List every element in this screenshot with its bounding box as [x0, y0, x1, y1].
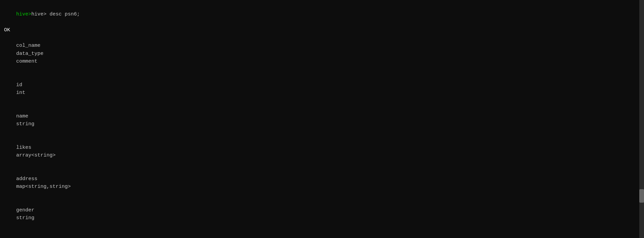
scrollbar[interactable]: [639, 0, 644, 238]
prompt-1: hive>: [16, 11, 31, 17]
scrollbar-thumb[interactable]: [639, 189, 644, 203]
ok-line: OK: [4, 26, 634, 34]
col-header-comment: comment: [16, 58, 37, 65]
row-id: id int: [4, 73, 634, 104]
col-header-datatype: data_type: [16, 50, 117, 58]
row-name: name string: [4, 104, 634, 136]
col-header-name: col_name: [16, 42, 90, 49]
row-age: age int: [4, 230, 634, 238]
row-gender: gender string: [4, 198, 634, 230]
cmd-desc-line: hive>hive> desc psn6;: [4, 3, 634, 26]
col-header-line: col_name data_type comment: [4, 34, 634, 73]
row-address: address map<string,string>: [4, 167, 634, 198]
row-likes: likes array<string>: [4, 136, 634, 167]
terminal-window: hive>hive> desc psn6; OK col_name data_t…: [0, 0, 644, 238]
